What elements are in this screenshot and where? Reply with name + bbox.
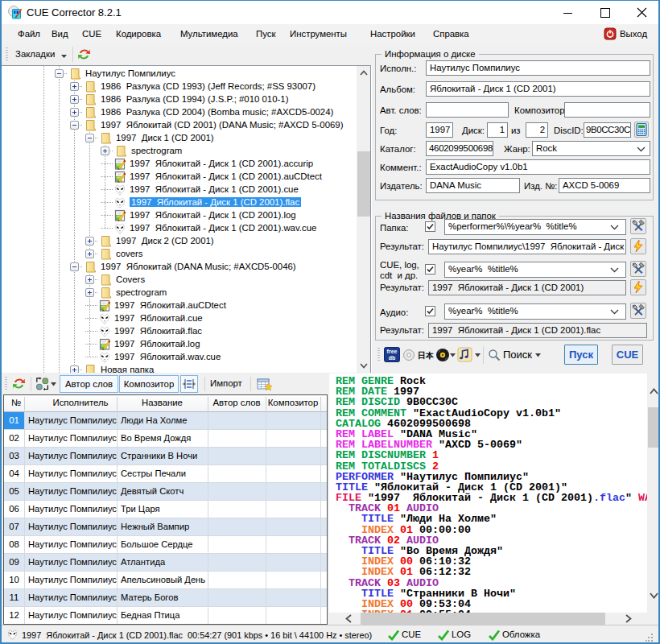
svg-text:free: free <box>387 349 398 354</box>
svg-text:db: db <box>389 355 396 361</box>
